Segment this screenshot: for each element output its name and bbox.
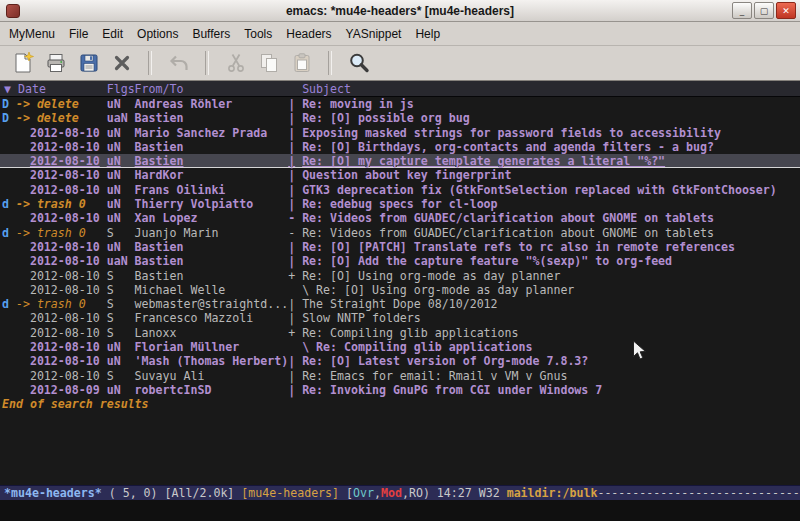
message-row[interactable]: 2012-08-10SSuvayu Ali|Re: Emacs for emai… (0, 369, 800, 383)
message-row[interactable]: D-> deleteuNAndreas Röhler|Re: moving in… (0, 97, 800, 111)
menu-tools[interactable]: Tools (237, 23, 279, 45)
message-row-current[interactable]: 2012-08-10uNBastien|Re: [O] my capture t… (0, 154, 800, 168)
echo-area[interactable] (0, 500, 800, 521)
message-subject: Re: [O] possible org bug (302, 111, 470, 125)
message-row[interactable]: 2012-08-10SMichael Welle\Re: [O] Using o… (0, 283, 800, 297)
thread-indicator: | (288, 126, 295, 140)
mu4e-headers-buffer[interactable]: ▼ Date Flgs From/To Subject D-> deleteuN… (0, 81, 800, 485)
menu-file[interactable]: File (62, 23, 95, 45)
header-date-column[interactable]: ▼ Date (4, 81, 46, 97)
message-flags: uN (107, 168, 121, 182)
mark-action: -> delete (16, 111, 79, 125)
close-buffer-icon (110, 51, 134, 75)
message-subject: Re: Emacs for email: Rmail v VM v Gnus (302, 369, 567, 383)
close-button[interactable]: ✕ (776, 2, 796, 19)
message-subject: Re: Compiling glib applications (316, 340, 532, 354)
message-row[interactable]: 2012-08-10uNHardKor|Question about key f… (0, 168, 800, 182)
menu-options[interactable]: Options (130, 23, 185, 45)
paste-button[interactable] (285, 49, 318, 78)
message-row[interactable]: 2012-08-10uNFlorian Müllner\Re: Compilin… (0, 340, 800, 354)
message-date: 2012-08-10 (30, 126, 100, 140)
message-row[interactable]: 2012-08-10uNMario Sanchez Prada|Exposing… (0, 126, 800, 140)
message-date: 2012-08-10 (30, 154, 100, 168)
message-from: Andreas Röhler (135, 97, 233, 111)
print-button[interactable] (39, 49, 72, 78)
thread-indicator: \ (302, 340, 309, 354)
message-row[interactable]: 2012-08-10uaNBastien|Re: [O] Add the cap… (0, 254, 800, 268)
message-row[interactable]: 2012-08-10uNBastien|Re: [O] [PATCH] Tran… (0, 240, 800, 254)
menu-mymenu[interactable]: MyMenu (2, 23, 62, 45)
toolbar-separator (205, 51, 209, 75)
message-subject: Question about key fingerprint (302, 168, 511, 182)
message-flags: uN (107, 211, 121, 225)
message-row[interactable]: d-> trash 0Swebmaster@straightd...|The S… (0, 297, 800, 311)
message-row[interactable]: d-> trash 0uNThierry Volpiatto|Re: edebu… (0, 197, 800, 211)
message-flags: uN (107, 154, 121, 168)
message-from: Mario Sanchez Prada (135, 126, 268, 140)
header-flags-column[interactable]: Flgs (107, 81, 135, 97)
thread-indicator: | (288, 297, 295, 311)
header-from-column[interactable]: From/To (135, 81, 184, 97)
modeline-segment: [mu4e-headers] (241, 486, 339, 500)
copy-button[interactable] (252, 49, 285, 78)
message-date: 2012-08-10 (30, 283, 100, 297)
message-row[interactable]: d-> trash 0SJuanjo Marin-Re: Videos from… (0, 226, 800, 240)
message-flags: uaN (107, 111, 128, 125)
message-row[interactable]: 2012-08-10SFrancesco Mazzoli|Slow NNTP f… (0, 311, 800, 325)
modeline-segment: Mod (381, 486, 402, 500)
message-subject: Re: [O] Using org-mode as day planner (316, 283, 574, 297)
save-button[interactable] (72, 49, 105, 78)
message-flags: uN (107, 140, 121, 154)
menu-buffers[interactable]: Buffers (185, 23, 237, 45)
message-subject: Re: Invoking GnuPG from CGI under Window… (302, 383, 602, 397)
menu-headers[interactable]: Headers (279, 23, 338, 45)
message-flags: uaN (107, 254, 128, 268)
message-flags: uN (107, 197, 121, 211)
message-from: Bastien (135, 154, 184, 168)
message-row[interactable]: D-> deleteuaNBastien|Re: [O] possible or… (0, 111, 800, 125)
cut-button[interactable] (219, 49, 252, 78)
modeline: *mu4e-headers* ( 5, 0) [All/2.0k] [mu4e-… (0, 485, 800, 500)
message-flags: uN (107, 354, 121, 368)
message-flags: S (107, 226, 114, 240)
message-from: Juanjo Marin (135, 226, 219, 240)
menu-help[interactable]: Help (408, 23, 447, 45)
message-from: Michael Welle (135, 283, 226, 297)
menubar: MyMenuFileEditOptionsBuffersToolsHeaders… (0, 22, 800, 46)
cut-icon (224, 51, 248, 75)
message-subject: Re: [O] Using org-mode as day planner (302, 269, 560, 283)
message-row[interactable]: 2012-08-10uNXan Lopez-Re: Videos from GU… (0, 211, 800, 225)
new-file-button[interactable] (6, 49, 39, 78)
message-row[interactable]: 2012-08-10uNBastien|Re: [O] Birthdays, o… (0, 140, 800, 154)
modeline-segment: maildir:/bulk (507, 486, 598, 500)
message-from: Frans Oilinki (135, 183, 226, 197)
search-icon (347, 51, 371, 75)
message-row[interactable]: 2012-08-10uN'Mash (Thomas Herbert)|Re: [… (0, 354, 800, 368)
minimize-button[interactable]: _ (732, 2, 752, 19)
message-from: Thierry Volpiatto (135, 197, 254, 211)
thread-indicator: | (288, 354, 295, 368)
message-subject: Exposing masked strings for password fie… (302, 126, 721, 140)
end-of-results-line: End of search results (0, 397, 800, 411)
message-from: robertcInSD (135, 383, 212, 397)
modeline-segment: *mu4e-headers* (4, 486, 102, 500)
message-subject: Re: [O] my capture template generates a … (302, 154, 665, 168)
message-flags: uN (107, 97, 121, 111)
message-date: 2012-08-10 (30, 369, 100, 383)
maximize-button[interactable]: ▢ (754, 2, 774, 19)
search-button[interactable] (342, 49, 375, 78)
thread-indicator: | (288, 97, 295, 111)
menu-yasnippet[interactable]: YASnippet (339, 23, 409, 45)
message-row[interactable]: 2012-08-09uNrobertcInSD|Re: Invoking Gnu… (0, 383, 800, 397)
message-row[interactable]: 2012-08-10SLanoxx+Re: Compiling glib app… (0, 326, 800, 340)
message-flags: S (107, 297, 114, 311)
close-buffer-button[interactable] (105, 49, 138, 78)
message-from: Bastien (135, 140, 184, 154)
modeline-segment: ( 5, 0) [All/2.0k] (102, 486, 242, 500)
header-subject-column[interactable]: Subject (302, 81, 351, 97)
message-row[interactable]: 2012-08-10SBastien+Re: [O] Using org-mod… (0, 269, 800, 283)
menu-edit[interactable]: Edit (95, 23, 130, 45)
undo-button[interactable] (162, 49, 195, 78)
message-row[interactable]: 2012-08-10uNFrans Oilinki|GTK3 deprecati… (0, 183, 800, 197)
message-subject: The Straight Dope 08/10/2012 (302, 297, 497, 311)
